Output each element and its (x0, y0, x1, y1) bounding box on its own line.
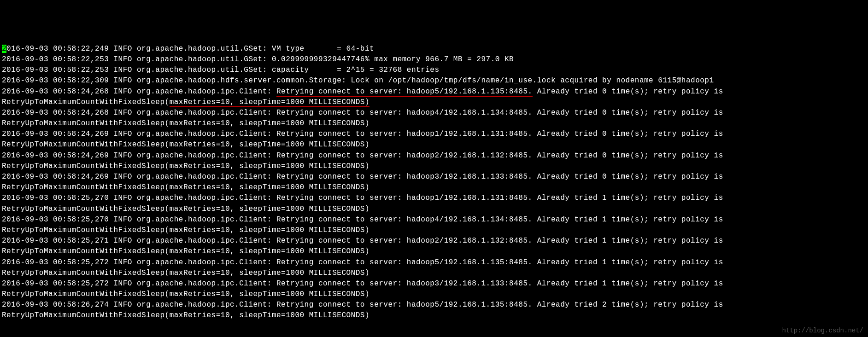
log-line: 2016-09-03 00:58:25,272 INFO org.apache.… (2, 279, 728, 298)
log-line: 2016-09-03 00:58:22,309 INFO org.apache.… (2, 76, 714, 85)
watermark-text: http://blog.csdn.net/ (782, 326, 863, 335)
log-line: 2016-09-03 00:58:25,270 INFO org.apache.… (2, 194, 728, 213)
log-line: 2016-09-03 00:58:24,269 INFO org.apache.… (2, 130, 728, 149)
log-line: 2016-09-03 00:58:25,270 INFO org.apache.… (2, 215, 728, 234)
log-line: 2016-09-03 00:58:25,271 INFO org.apache.… (2, 237, 728, 256)
log-line: 2016-09-03 00:58:22,253 INFO org.apache.… (2, 55, 514, 64)
log-line: 2016-09-03 00:58:24,268 INFO org.apache.… (2, 87, 728, 107)
log-line: 016-09-03 00:58:22,249 INFO org.apache.h… (6, 45, 374, 53)
terminal-output[interactable]: 2016-09-03 00:58:22,249 INFO org.apache.… (2, 44, 866, 321)
log-line: 2016-09-03 00:58:25,272 INFO org.apache.… (2, 258, 728, 277)
highlight-underline: maxRetries=10, sleepTime=1000 MILLISECON… (170, 98, 369, 107)
log-line: 2016-09-03 00:58:24,269 INFO org.apache.… (2, 151, 728, 170)
terminal-cursor: 2 (2, 45, 6, 53)
log-line: 2016-09-03 00:58:22,253 INFO org.apache.… (2, 66, 440, 74)
log-line: 2016-09-03 00:58:24,268 INFO org.apache.… (2, 109, 728, 128)
log-line: 2016-09-03 00:58:24,269 INFO org.apache.… (2, 173, 728, 192)
highlight-underline: Retrying connect to server: hadoop5/192.… (276, 87, 533, 97)
log-line: 2016-09-03 00:58:26,274 INFO org.apache.… (2, 301, 728, 320)
